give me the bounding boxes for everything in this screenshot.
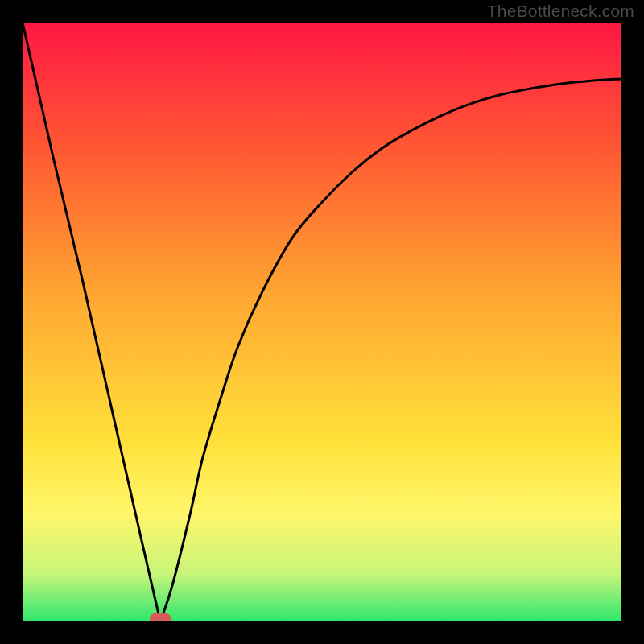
chart-frame: TheBottleneck.com (0, 0, 644, 644)
gradient-background (23, 23, 621, 621)
bottleneck-chart-svg (23, 23, 621, 621)
plot-area (23, 23, 621, 621)
optimal-point-marker (150, 613, 171, 621)
watermark-text: TheBottleneck.com (487, 2, 634, 21)
